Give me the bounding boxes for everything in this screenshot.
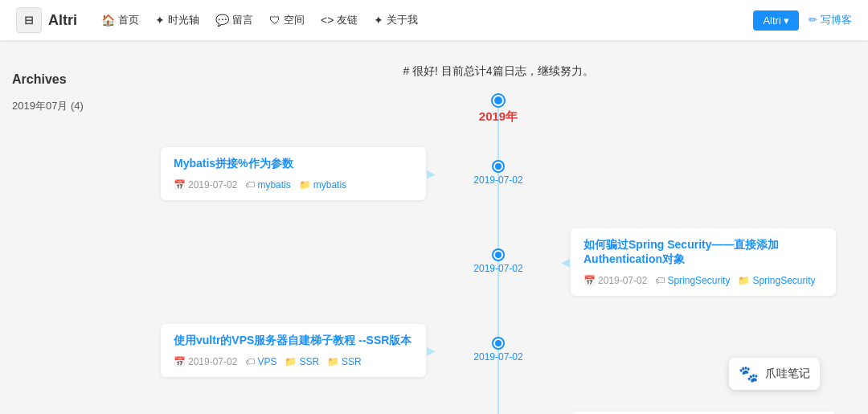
watermark-text: 爪哇笔记 <box>765 367 810 381</box>
arrow-left: ◀ <box>561 256 570 268</box>
calendar-icon: 📅 <box>583 275 596 286</box>
watermark: 🐾 爪哇笔记 <box>729 358 820 390</box>
timeline-right: ◀ 如何骗过Spring Security——直接添加Authenticatio… <box>538 228 836 296</box>
nav-icon: 💬 <box>215 14 229 27</box>
timeline-left: 使用vultr的VPS服务器自建梯子教程 --SSR版本 📅 2019-07-0… <box>161 324 458 377</box>
timeline-center: 2019-07-02 <box>458 250 538 274</box>
nav-item-首页[interactable]: 🏠首页 <box>101 13 139 27</box>
tag-item: 📁mybatis <box>299 179 346 191</box>
timeline-dot <box>493 250 503 260</box>
timeline-dot <box>493 162 503 171</box>
blog-card: 如何骗过Spring Security——直接添加Authentication对… <box>571 228 836 296</box>
nav-item-留言[interactable]: 💬留言 <box>215 13 253 27</box>
tag-label: SpringSecurity <box>752 275 815 286</box>
tag-label: SSR <box>342 356 362 367</box>
blog-card-meta: 📅 2019-07-02 🏷mybatis📁mybatis <box>174 179 413 191</box>
nav-icon: 🏠 <box>101 14 115 27</box>
blog-card-meta: 📅 2019-07-02 🏷VPS📁SSR📁SSR <box>174 356 413 367</box>
tag-item: 📁SSR <box>285 356 319 367</box>
top-message: # 很好! 目前总计4篇日志，继续努力。 <box>145 64 852 79</box>
blog-card-title[interactable]: 如何骗过Spring Security——直接添加Authentication对… <box>583 238 823 267</box>
tag-item: 📁SpringSecurity <box>738 275 815 286</box>
arrow-right: ▶ <box>427 167 436 180</box>
nav-label: 空间 <box>284 13 305 27</box>
tag-icon: 📁 <box>327 356 339 367</box>
timeline-center: 2019-07-02 <box>458 338 538 363</box>
timeline-right: ◀ mysql模拟split函数&&实现去重 📅 2019-07-02 🏷mys… <box>538 412 836 415</box>
blog-card-meta: 📅 2019-07-02 🏷SpringSecurity📁SpringSecur… <box>583 275 823 286</box>
tag-icon: 📁 <box>299 179 311 191</box>
nav-item-空间[interactable]: 🛡空间 <box>269 13 305 27</box>
nav-icon: ✦ <box>374 14 383 27</box>
timeline-dot <box>493 338 503 348</box>
timeline-date: 2019-07-02 <box>473 263 522 274</box>
logo[interactable]: ⊟ Altri <box>16 7 77 33</box>
write-button[interactable]: ✏ 写博客 <box>809 13 852 27</box>
tag-item: 🏷VPS <box>245 356 276 367</box>
nav-item-关于我[interactable]: ✦关于我 <box>374 13 418 27</box>
tag-label: SSR <box>299 356 319 367</box>
nav-item-时光轴[interactable]: ✦时光轴 <box>155 13 199 27</box>
logo-icon: ⊟ <box>16 7 42 33</box>
tag-item: 🏷mybatis <box>245 179 290 191</box>
tag-label: mybatis <box>257 179 290 191</box>
calendar-icon: 📅 <box>174 179 186 191</box>
user-button[interactable]: Altri ▾ <box>753 10 799 31</box>
header: ⊟ Altri 🏠首页✦时光轴💬留言🛡空间<>友链✦关于我 Altri ▾ ✏ … <box>0 0 868 40</box>
timeline-row: Mybatis拼接%作为参数 📅 2019-07-02 🏷mybatis📁myb… <box>161 137 836 210</box>
watermark-emoji: 🐾 <box>739 364 759 383</box>
year-dot <box>493 95 504 106</box>
date-item: 📅 2019-07-02 <box>583 275 647 286</box>
tag-icon: 📁 <box>285 356 297 367</box>
blog-card-title[interactable]: Mybatis拼接%作为参数 <box>174 157 413 171</box>
nav-label: 友链 <box>337 13 358 27</box>
calendar-icon: 📅 <box>174 356 186 367</box>
meta-date: 2019-07-02 <box>188 356 237 367</box>
nav-label: 时光轴 <box>168 13 199 27</box>
logo-text: Altri <box>48 12 77 29</box>
nav-label: 首页 <box>118 13 139 27</box>
nav-icon: 🛡 <box>269 14 280 27</box>
timeline-row: 2019-07-02 ◀ mysql模拟split函数&&实现去重 📅 2019… <box>161 403 836 414</box>
tag-label: SpringSecurity <box>667 275 730 286</box>
meta-date: 2019-07-02 <box>598 275 647 286</box>
sidebar-item-archive[interactable]: 2019年07月 (4) <box>12 96 117 116</box>
timeline-center: 2019-07-02 <box>458 162 538 186</box>
tag-label: mybatis <box>313 179 346 191</box>
blog-card: Mybatis拼接%作为参数 📅 2019-07-02 🏷mybatis📁myb… <box>161 147 426 200</box>
header-nav: 🏠首页✦时光轴💬留言🛡空间<>友链✦关于我 <box>101 13 753 27</box>
nav-label: 关于我 <box>387 13 418 27</box>
meta-date: 2019-07-02 <box>188 179 237 191</box>
tag-icon: 🏷 <box>245 179 255 191</box>
tag-item: 📁SSR <box>327 356 362 367</box>
tag-item: 🏷SpringSecurity <box>655 275 730 286</box>
date-item: 📅 2019-07-02 <box>174 179 237 191</box>
timeline-date: 2019-07-02 <box>473 174 522 186</box>
timeline-row: 2019-07-02 ◀ 如何骗过Spring Security——直接添加Au… <box>161 226 836 298</box>
blog-card-title[interactable]: 使用vultr的VPS服务器自建梯子教程 --SSR版本 <box>174 334 413 348</box>
nav-item-友链[interactable]: <>友链 <box>321 13 358 27</box>
sidebar-title: Archives <box>12 72 117 87</box>
tag-icon: 📁 <box>738 275 750 286</box>
sidebar: Archives 2019年07月 (4) <box>0 56 129 414</box>
nav-label: 留言 <box>232 13 253 27</box>
timeline-left: Mybatis拼接%作为参数 📅 2019-07-02 🏷mybatis📁myb… <box>161 147 458 200</box>
year-label: 2019年 <box>479 109 518 125</box>
nav-icon: <> <box>321 14 334 27</box>
blog-card: mysql模拟split函数&&实现去重 📅 2019-07-02 🏷mysql… <box>571 412 836 415</box>
tag-icon: 🏷 <box>245 356 255 367</box>
blog-card: 使用vultr的VPS服务器自建梯子教程 --SSR版本 📅 2019-07-0… <box>161 324 426 377</box>
tag-label: VPS <box>257 356 276 367</box>
nav-icon: ✦ <box>155 14 165 27</box>
arrow-right: ▶ <box>427 344 436 357</box>
timeline-date: 2019-07-02 <box>473 351 522 363</box>
tag-icon: 🏷 <box>655 275 665 286</box>
date-item: 📅 2019-07-02 <box>174 356 237 367</box>
header-actions: Altri ▾ ✏ 写博客 <box>753 10 852 31</box>
